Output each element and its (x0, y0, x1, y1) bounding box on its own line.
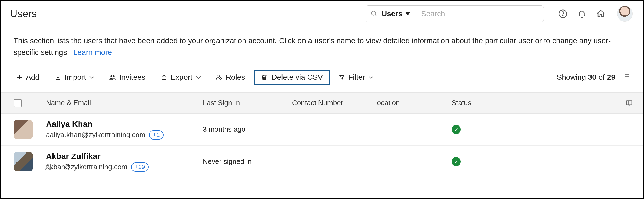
header-icons (557, 6, 633, 22)
header-bar: Users Users (1, 1, 643, 27)
column-location[interactable]: Location (373, 99, 452, 107)
roles-button[interactable]: Roles (213, 71, 248, 83)
roles-label: Roles (226, 73, 245, 82)
table-row[interactable]: Aaliya Khan aaliya.khan@zylkertraining.c… (1, 114, 643, 146)
status-active-icon (452, 125, 461, 134)
user-email: aaliya.khan@zylkertraining.com (46, 131, 145, 139)
last-signin: Never signed in (203, 157, 292, 166)
section-description: This section lists the users that have b… (1, 27, 643, 61)
bell-icon[interactable] (576, 8, 587, 19)
invitees-button[interactable]: Invitees (106, 71, 148, 83)
table-header: Name & Email Last Sign In Contact Number… (1, 92, 643, 114)
user-name[interactable]: Akbar Zulfikar (46, 152, 203, 161)
column-settings-icon[interactable] (511, 100, 633, 107)
add-button[interactable]: Add (14, 71, 42, 83)
column-contact[interactable]: Contact Number (292, 99, 373, 107)
search-icon (371, 10, 378, 17)
divider (208, 73, 208, 82)
search-input[interactable] (421, 9, 539, 18)
learn-more-link[interactable]: Learn more (73, 48, 112, 57)
showing-total: 29 (607, 73, 615, 81)
add-label: Add (26, 73, 39, 82)
import-button[interactable]: Import (52, 71, 96, 83)
toolbar: Add Import Invitees Export Roles Delete … (1, 61, 643, 92)
email-count-pill[interactable]: +1 (149, 130, 163, 140)
users-icon (109, 74, 116, 81)
plus-icon (16, 74, 23, 81)
svg-line-1 (375, 15, 376, 16)
filter-label: Filter (348, 73, 365, 82)
showing-number: 30 (588, 73, 596, 81)
chevron-down-icon (369, 74, 373, 79)
column-name[interactable]: Name & Email (46, 99, 203, 107)
filter-button[interactable]: Filter (336, 71, 375, 83)
chevron-down-icon (90, 74, 94, 79)
chevron-down-icon (196, 74, 201, 79)
divider (47, 73, 47, 82)
roles-icon (215, 74, 223, 81)
column-signin[interactable]: Last Sign In (203, 99, 292, 107)
search-scope-dropdown[interactable]: Users (381, 9, 410, 18)
trash-icon (261, 74, 268, 81)
table-row[interactable]: Akbar Zulfikar akbar@zylkertraining.com … (1, 146, 643, 178)
select-all-checkbox[interactable] (14, 99, 22, 107)
divider (153, 73, 153, 82)
home-icon[interactable] (595, 8, 606, 19)
svg-point-9 (220, 78, 222, 79)
column-checkbox (14, 99, 46, 107)
status-cell (452, 157, 511, 166)
export-button[interactable]: Export (158, 71, 203, 83)
search-box[interactable]: Users (366, 5, 544, 22)
divider (101, 73, 101, 82)
email-count-pill[interactable]: +29 (131, 162, 149, 172)
delete-via-csv-button[interactable]: Delete via CSV (254, 70, 330, 85)
svg-point-7 (113, 75, 115, 77)
caret-down-icon (405, 12, 410, 15)
user-email: akbar@zylkertraining.com (46, 163, 127, 171)
status-cell (452, 125, 511, 134)
user-avatar[interactable] (14, 120, 33, 139)
profile-avatar[interactable] (617, 6, 633, 22)
import-label: Import (65, 73, 86, 82)
user-avatar[interactable] (14, 152, 33, 171)
svg-point-18 (47, 164, 49, 167)
svg-rect-15 (626, 101, 632, 105)
user-name[interactable]: Aaliya Khan (46, 120, 203, 129)
import-icon (55, 74, 61, 81)
last-signin: 3 months ago (203, 125, 292, 134)
column-status[interactable]: Status (452, 99, 511, 107)
user-gear-icon (45, 163, 52, 171)
showing-of: of (596, 73, 607, 81)
svg-point-3 (563, 15, 563, 16)
help-icon[interactable] (557, 8, 568, 19)
delete-csv-label: Delete via CSV (271, 73, 323, 82)
invitees-label: Invitees (119, 73, 145, 82)
svg-point-0 (371, 11, 376, 15)
svg-point-8 (217, 75, 219, 77)
svg-point-6 (111, 75, 112, 77)
showing-prefix: Showing (557, 73, 588, 81)
list-density-icon[interactable] (623, 73, 630, 82)
page-title: Users (10, 8, 37, 20)
divider (416, 9, 416, 19)
showing-count: Showing 30 of 29 (557, 73, 615, 82)
search-scope-label: Users (381, 9, 403, 18)
export-label: Export (171, 73, 192, 82)
filter-icon (338, 74, 345, 81)
status-active-icon (452, 157, 461, 166)
export-icon (161, 74, 167, 81)
